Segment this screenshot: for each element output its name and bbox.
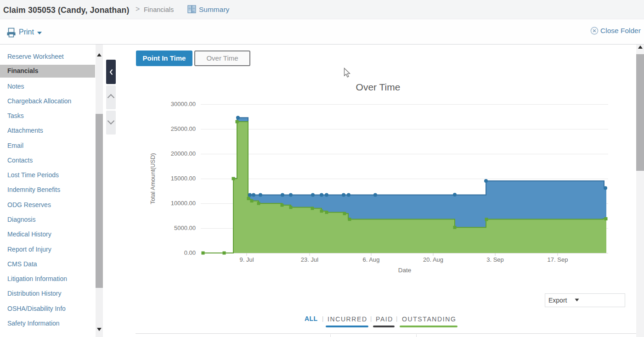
svg-text:20. Aug: 20. Aug — [423, 256, 443, 263]
svg-text:15000.00: 15000.00 — [171, 175, 196, 182]
svg-text:0.00: 0.00 — [184, 249, 196, 256]
svg-text:6. Aug: 6. Aug — [363, 256, 380, 263]
svg-text:30000.00: 30000.00 — [171, 101, 196, 107]
svg-text:Total Amount(USD): Total Amount(USD) — [149, 153, 156, 204]
svg-text:3. Sep: 3. Sep — [486, 256, 504, 263]
svg-text:5000.00: 5000.00 — [174, 225, 196, 231]
svg-text:Over Time: Over Time — [356, 82, 401, 92]
svg-text:25000.00: 25000.00 — [171, 125, 196, 132]
svg-text:17. Sep: 17. Sep — [548, 256, 568, 263]
svg-text:10000.00: 10000.00 — [171, 200, 196, 207]
svg-text:20000.00: 20000.00 — [171, 150, 196, 157]
svg-text:23. Jul: 23. Jul — [301, 256, 318, 263]
svg-text:9. Jul: 9. Jul — [239, 256, 254, 263]
svg-text:Date: Date — [398, 267, 412, 274]
